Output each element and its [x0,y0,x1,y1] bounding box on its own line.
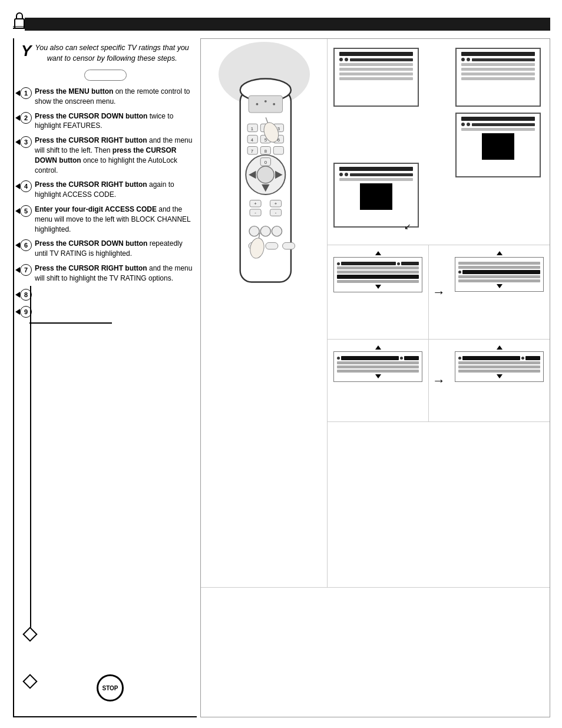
step-5-text: Enter your four-digit ACCESS CODE and th… [35,205,197,234]
svg-rect-46 [266,242,278,249]
step-5: 5 Enter your four-digit ACCESS CODE and … [20,205,197,234]
intro-text: Y You also can select specific TV rating… [14,38,197,66]
step-7-num: 7 [20,264,32,276]
step-3: 3 Press the CURSOR RIGHT button and the … [20,136,197,175]
screens-bot-area: → [328,340,550,422]
step-6-num: 6 [20,239,32,251]
step-2: 2 Press the CURSOR DOWN button twice to … [20,111,197,131]
step-8: 8 [20,288,197,301]
screen-1 [333,48,419,107]
step-4-bold: Press the CURSOR RIGHT button [35,180,147,189]
Y-drop: Y [21,43,31,58]
stop-button[interactable]: STOP [97,674,124,701]
vertical-connector [30,286,31,640]
step-6: 6 Press the CURSOR DOWN button repeatedl… [20,239,197,259]
svg-point-8 [273,103,275,106]
svg-point-7 [265,100,267,103]
step-7: 7 Press the CURSOR RIGHT button and the … [20,263,197,284]
step-5-num: 5 [20,205,32,217]
svg-point-44 [272,226,282,236]
svg-rect-47 [283,242,295,249]
svg-text:7: 7 [251,149,253,154]
bot-arrow: → [429,340,449,421]
step-1-text: Press the MENU button on the remote cont… [35,87,197,107]
diamond-2 [22,674,37,689]
step-2-text: Press the CURSOR DOWN button twice to hi… [35,111,197,131]
svg-text:-: - [275,210,277,216]
svg-text:+: + [254,201,257,206]
step-3-bold: Press the CURSOR RIGHT button [35,136,147,144]
svg-rect-0 [15,19,24,28]
svg-point-42 [249,226,259,236]
screens-mid-area: → [328,245,550,340]
screen-mid-left [333,257,422,292]
menu-button-shape [84,70,127,81]
screen-bot-left-container [328,340,429,421]
remote-area: 1 2 3 4 5 6 7 8 0 + + - - [201,39,328,587]
svg-rect-23 [273,147,283,154]
svg-rect-5 [249,95,283,113]
step-5-bold: Enter your four-digit ACCESS CODE [35,205,157,213]
step-7-text: Press the CURSOR RIGHT button and the me… [35,263,197,284]
header-bar [25,18,550,31]
svg-text:8: 8 [265,149,267,154]
remote-illustration: 1 2 3 4 5 6 7 8 0 + + - - [207,45,319,316]
svg-text:0: 0 [265,160,267,165]
screen-2 [455,48,541,107]
screen-bot-left [333,351,422,382]
svg-text:4: 4 [251,137,254,143]
screen-mid-right [455,257,544,292]
step-7-bold: Press the CURSOR RIGHT button [35,264,147,272]
step-3-text: Press the CURSOR RIGHT button and the me… [35,136,197,175]
step-2-num: 2 [20,112,32,124]
svg-text:1: 1 [251,126,253,131]
step-1-bold: Press the MENU button [35,87,113,95]
step-4: 4 Press the CURSOR RIGHT button again to… [20,180,197,200]
screen-3 [455,113,541,177]
step-6-text: Press the CURSOR DOWN button repeatedly … [35,239,197,259]
screen-mid-right-container [449,245,550,339]
svg-point-10 [257,166,274,183]
step-4-num: 4 [20,180,32,192]
mid-arrow: → [429,245,449,339]
svg-point-6 [256,103,259,106]
step-2-bold: Press the CURSOR DOWN button [35,112,147,120]
lock-icon [13,11,26,33]
diamond-1 [22,627,37,641]
screen-mid-left-container [328,245,429,339]
svg-point-43 [260,226,270,236]
svg-text:+: + [275,201,277,206]
right-panel: 1 2 3 4 5 6 7 8 0 + + - - [200,38,550,717]
screens-top-area: ↙ [328,39,550,245]
note-box [201,587,550,717]
step-1: 1 Press the MENU button on the remote co… [20,87,197,107]
screen-4 [333,163,419,228]
screen-bot-right [455,351,544,382]
step-9: 9 [20,305,197,318]
svg-text:-: - [254,210,256,216]
step-4-text: Press the CURSOR RIGHT button again to h… [35,180,197,200]
screen-bot-right-container [449,340,550,421]
step-6-bold: Press the CURSOR DOWN button [35,239,147,248]
horizontal-divider [29,322,112,324]
left-panel: Y You also can select specific TV rating… [13,38,197,717]
step-1-num: 1 [20,87,32,99]
step-3-num: 3 [20,136,32,148]
diagonal-arrow: ↙ [404,222,411,231]
intro-text-content: You also can select specific TV ratings … [35,44,189,62]
